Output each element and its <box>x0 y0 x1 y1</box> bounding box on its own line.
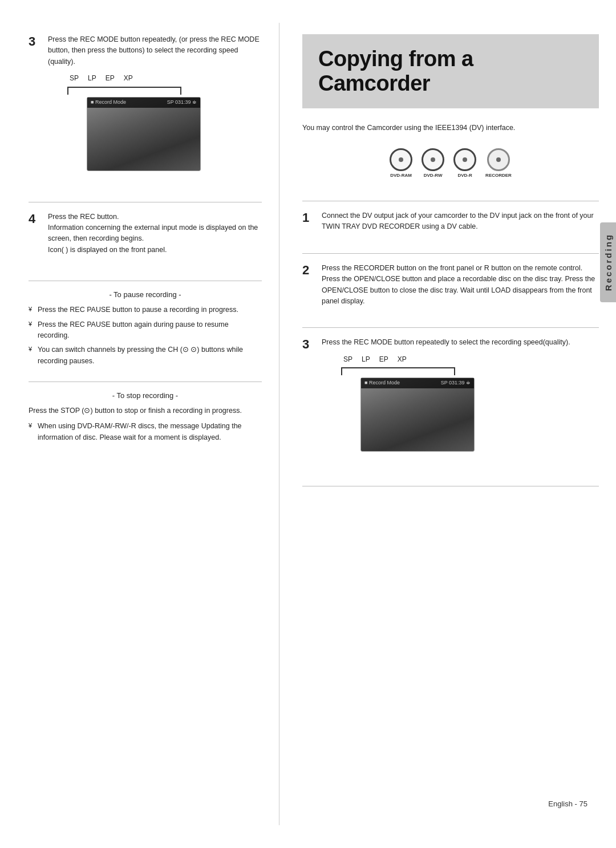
left-step3: 3 Press the REC MODE button repeatedly, … <box>29 34 262 185</box>
stop-section: - To stop recording - Press the STOP (⊙)… <box>29 391 262 449</box>
page-title: Copying from a Camcorder <box>318 47 583 96</box>
bracket-right-right-corner <box>448 367 455 375</box>
mode-bracket-left <box>67 86 181 95</box>
dvd-icon-recorder: RECORDER <box>485 148 512 178</box>
mode-xp-right: XP <box>398 354 407 365</box>
pause-bullet-3: You can switch channels by pressing the … <box>29 344 262 367</box>
right-divider-2 <box>302 253 599 254</box>
right-step-number-3: 3 <box>302 337 316 457</box>
dvd-icon-r: DVD-R <box>453 148 476 178</box>
divider-3 <box>29 382 262 382</box>
dvd-recorder-label: RECORDER <box>485 173 512 178</box>
right-step1: 1 Connect the DV output jack of your cam… <box>302 210 599 238</box>
stop-title: - To stop recording - <box>29 391 262 400</box>
right-step2: 2 Press the RECORDER button on the front… <box>302 263 599 313</box>
right-column: Copying from a Camcorder You may control… <box>279 23 616 825</box>
divider-1 <box>29 202 262 202</box>
screen-bar-right: ■ Record Mode SP 031:39 ≑ <box>361 378 474 388</box>
mode-ep: EP <box>106 73 115 84</box>
dvd-icons-container: DVD-RAM DVD-RW DVD-R RECORDER <box>302 148 599 178</box>
step3-left-content: Press the REC MODE button repeatedly, (o… <box>48 34 262 177</box>
step4-text1: Press the REC button. <box>48 212 262 222</box>
mode-xp: XP <box>124 73 133 84</box>
pause-bullet-1: Press the REC PAUSE button to pause a re… <box>29 305 262 315</box>
right-step3-content: Press the REC MODE button repeatedly to … <box>322 337 599 457</box>
step-number-4: 4 <box>29 212 42 256</box>
pause-section: - To pause recording - Press the REC PAU… <box>29 290 262 372</box>
stop-bullet-1: When using DVD-RAM/-RW/-R discs, the mes… <box>29 421 262 443</box>
right-step2-text: Press the RECORDER button on the front p… <box>322 264 595 305</box>
recording-tab: Recording <box>600 222 616 302</box>
dvd-rw-circle <box>422 148 444 171</box>
bracket-middle <box>74 87 175 88</box>
right-step-number-1: 1 <box>302 210 316 233</box>
dvd-r-label: DVD-R <box>457 173 472 178</box>
mode-sp-right: SP <box>343 354 352 365</box>
mode-labels-left: SP LP EP XP <box>67 73 181 84</box>
title-block: Copying from a Camcorder <box>302 34 599 108</box>
mode-bracket-right <box>341 366 455 375</box>
left-step4: 4 Press the REC button. Information conc… <box>29 212 262 264</box>
screen-bar-left: ■ Record Mode SP 031:39 ≑ <box>87 98 200 108</box>
pause-bullet-2: Press the REC PAUSE button again during … <box>29 319 262 342</box>
bracket-right-corner <box>175 87 181 95</box>
mode-ep-right: EP <box>379 354 388 365</box>
mode-labels-right: SP LP EP XP <box>341 354 455 365</box>
screen-display-right: ■ Record Mode SP 031:39 ≑ <box>360 378 475 452</box>
mode-display-right: SP LP EP XP ■ Record Mode SP 031:39 ≑ <box>341 354 455 452</box>
stop-bullets: When using DVD-RAM/-RW/-R discs, the mes… <box>29 421 262 443</box>
step4-text2: Information concerning the external inpu… <box>48 222 262 245</box>
left-column: 3 Press the REC MODE button repeatedly, … <box>0 23 279 825</box>
mode-sp: SP <box>70 73 79 84</box>
right-divider-1 <box>302 201 599 201</box>
dvd-rw-label: DVD-RW <box>424 173 443 178</box>
dvd-recorder-circle <box>487 148 510 171</box>
step4-content: Press the REC button. Information concer… <box>48 212 262 256</box>
mode-display-left: SP LP EP XP ■ Record Mode SP 031:39 ≑ <box>67 73 181 171</box>
right-step1-text: Connect the DV output jack of your camco… <box>322 212 594 230</box>
divider-2 <box>29 281 262 281</box>
pause-bullets: Press the REC PAUSE button to pause a re… <box>29 305 262 367</box>
intro-text: You may control the Camcorder using the … <box>302 122 599 133</box>
right-step3: 3 Press the REC MODE button repeatedly t… <box>302 337 599 463</box>
step-number-3-left: 3 <box>29 34 42 177</box>
screen-bar-right-value: SP 031:39 ≑ <box>441 379 471 387</box>
right-step-number-2: 2 <box>302 263 316 307</box>
screen-bar-right-label: ■ Record Mode <box>364 379 400 387</box>
dvd-icon-ram: DVD-RAM <box>390 148 412 178</box>
bracket-left-corner <box>67 87 74 95</box>
dvd-icon-rw: DVD-RW <box>422 148 444 178</box>
right-step2-content: Press the RECORDER button on the front p… <box>322 263 599 307</box>
screen-display-left: ■ Record Mode SP 031:39 ≑ <box>87 97 201 171</box>
step4-text3: Icon( ) is displayed on the front panel. <box>48 245 262 255</box>
mode-lp-right: LP <box>362 354 370 365</box>
screen-bar-left-label: ■ Record Mode <box>91 99 126 107</box>
right-step1-content: Connect the DV output jack of your camco… <box>322 210 599 233</box>
dvd-ram-label: DVD-RAM <box>390 173 412 178</box>
dvd-ram-circle <box>390 148 412 171</box>
screen-bar-left-value: SP 031:39 ≑ <box>167 99 197 107</box>
bracket-right-left-corner <box>341 367 348 375</box>
step3-left-text: Press the REC MODE button repeatedly, (o… <box>48 35 260 66</box>
right-divider-4 <box>302 486 599 486</box>
recording-tab-text: Recording <box>603 233 613 291</box>
pause-title: - To pause recording - <box>29 290 262 299</box>
bracket-right-middle <box>348 367 448 368</box>
stop-text1: Press the STOP (⊙) button to stop or fin… <box>29 405 262 416</box>
page-number: English - 75 <box>548 800 587 808</box>
right-divider-3 <box>302 327 599 328</box>
mode-lp: LP <box>88 73 96 84</box>
right-step3-text: Press the REC MODE button repeatedly to … <box>322 338 570 346</box>
dvd-r-circle <box>453 148 476 171</box>
